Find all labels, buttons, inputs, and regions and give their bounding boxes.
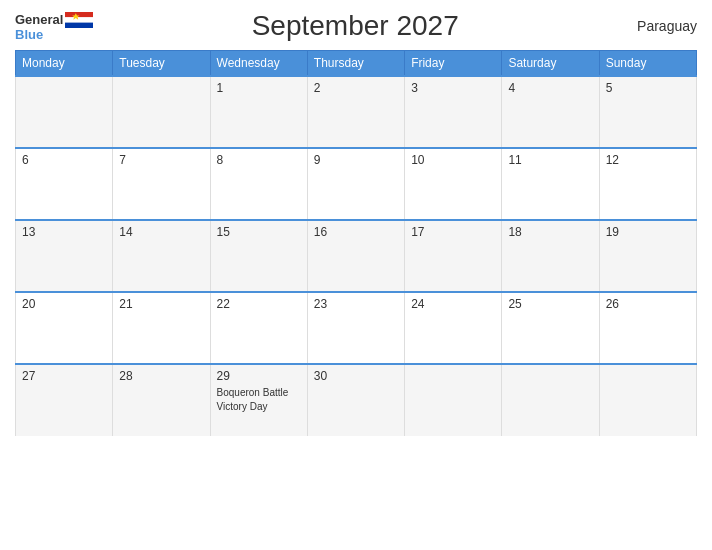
- event-label: Boqueron Battle Victory Day: [217, 387, 289, 412]
- calendar-cell: 30: [307, 364, 404, 436]
- calendar-title: September 2027: [93, 10, 617, 42]
- calendar-cell: 18: [502, 220, 599, 292]
- calendar-cell: 21: [113, 292, 210, 364]
- calendar-cell: 27: [16, 364, 113, 436]
- calendar-country: Paraguay: [617, 18, 697, 34]
- day-number: 27: [22, 369, 106, 383]
- calendar-week-row: 6789101112: [16, 148, 697, 220]
- calendar-week-row: 12345: [16, 76, 697, 148]
- logo-flag-icon: [65, 12, 93, 28]
- calendar-cell: 14: [113, 220, 210, 292]
- day-number: 13: [22, 225, 106, 239]
- calendar-cell: 16: [307, 220, 404, 292]
- header-tuesday: Tuesday: [113, 51, 210, 77]
- calendar-cell: 23: [307, 292, 404, 364]
- calendar-week-row: 13141516171819: [16, 220, 697, 292]
- day-number: 1: [217, 81, 301, 95]
- header-thursday: Thursday: [307, 51, 404, 77]
- calendar-cell: 10: [405, 148, 502, 220]
- header-saturday: Saturday: [502, 51, 599, 77]
- calendar-cell: 13: [16, 220, 113, 292]
- day-number: 11: [508, 153, 592, 167]
- calendar-cell: 19: [599, 220, 696, 292]
- day-number: 24: [411, 297, 495, 311]
- calendar-header: General Blue September 2027 Paraguay: [15, 10, 697, 42]
- calendar-cell: 22: [210, 292, 307, 364]
- calendar-cell: [599, 364, 696, 436]
- calendar-cell: 3: [405, 76, 502, 148]
- logo-blue-text: Blue: [15, 28, 43, 41]
- calendar-cell: 12: [599, 148, 696, 220]
- day-number: 28: [119, 369, 203, 383]
- svg-rect-1: [65, 17, 93, 22]
- header-wednesday: Wednesday: [210, 51, 307, 77]
- calendar-cell: 28: [113, 364, 210, 436]
- calendar-cell: 11: [502, 148, 599, 220]
- calendar-cell: 20: [16, 292, 113, 364]
- calendar-cell: 7: [113, 148, 210, 220]
- header-friday: Friday: [405, 51, 502, 77]
- calendar-cell: 5: [599, 76, 696, 148]
- calendar-cell: [405, 364, 502, 436]
- calendar-cell: 24: [405, 292, 502, 364]
- logo: General Blue: [15, 12, 93, 41]
- day-number: 15: [217, 225, 301, 239]
- day-number: 14: [119, 225, 203, 239]
- day-number: 20: [22, 297, 106, 311]
- logo-general-text: General: [15, 13, 63, 26]
- calendar-cell: 26: [599, 292, 696, 364]
- day-number: 22: [217, 297, 301, 311]
- day-number: 17: [411, 225, 495, 239]
- day-number: 25: [508, 297, 592, 311]
- day-number: 4: [508, 81, 592, 95]
- calendar-cell: 25: [502, 292, 599, 364]
- calendar-cell: 9: [307, 148, 404, 220]
- header-monday: Monday: [16, 51, 113, 77]
- day-number: 6: [22, 153, 106, 167]
- calendar-cell: 8: [210, 148, 307, 220]
- weekday-header-row: Monday Tuesday Wednesday Thursday Friday…: [16, 51, 697, 77]
- day-number: 5: [606, 81, 690, 95]
- calendar-cell: [16, 76, 113, 148]
- header-sunday: Sunday: [599, 51, 696, 77]
- calendar-cell: 29Boqueron Battle Victory Day: [210, 364, 307, 436]
- day-number: 30: [314, 369, 398, 383]
- day-number: 29: [217, 369, 301, 383]
- calendar-cell: 6: [16, 148, 113, 220]
- day-number: 10: [411, 153, 495, 167]
- day-number: 12: [606, 153, 690, 167]
- day-number: 16: [314, 225, 398, 239]
- calendar-cell: [113, 76, 210, 148]
- calendar-cell: 4: [502, 76, 599, 148]
- calendar-page: General Blue September 2027 Paraguay Mon…: [0, 0, 712, 550]
- day-number: 21: [119, 297, 203, 311]
- calendar-cell: 1: [210, 76, 307, 148]
- calendar-cell: 2: [307, 76, 404, 148]
- day-number: 18: [508, 225, 592, 239]
- day-number: 9: [314, 153, 398, 167]
- svg-rect-2: [65, 22, 93, 27]
- calendar-table: Monday Tuesday Wednesday Thursday Friday…: [15, 50, 697, 436]
- day-number: 19: [606, 225, 690, 239]
- day-number: 2: [314, 81, 398, 95]
- day-number: 26: [606, 297, 690, 311]
- calendar-cell: 17: [405, 220, 502, 292]
- day-number: 7: [119, 153, 203, 167]
- calendar-week-row: 20212223242526: [16, 292, 697, 364]
- calendar-cell: 15: [210, 220, 307, 292]
- calendar-cell: [502, 364, 599, 436]
- day-number: 23: [314, 297, 398, 311]
- calendar-week-row: 272829Boqueron Battle Victory Day30: [16, 364, 697, 436]
- svg-rect-0: [65, 12, 93, 17]
- day-number: 8: [217, 153, 301, 167]
- day-number: 3: [411, 81, 495, 95]
